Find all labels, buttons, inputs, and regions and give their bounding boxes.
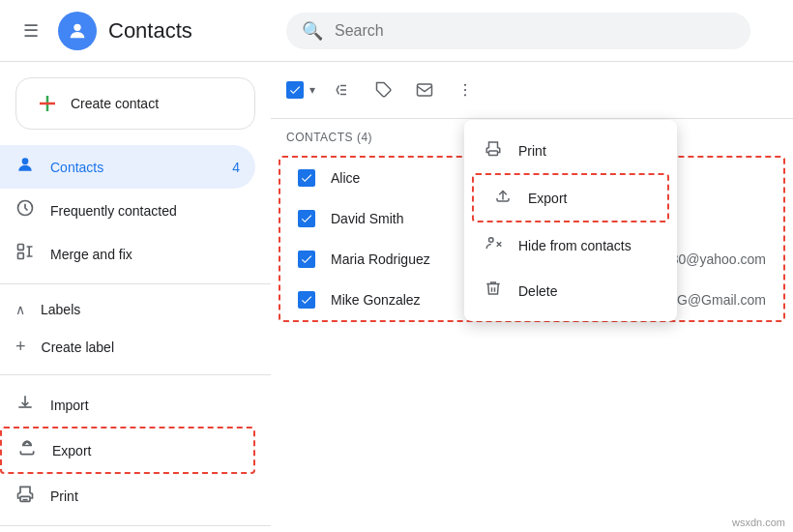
sidebar-item-merge-fix-label: Merge and fix <box>50 247 132 262</box>
search-icon: 🔍 <box>302 20 323 42</box>
svg-rect-5 <box>18 245 24 251</box>
svg-point-14 <box>464 94 466 96</box>
app-header: ☰ Contacts 🔍 <box>0 0 793 62</box>
dropdown-hide-icon <box>484 234 503 256</box>
chevron-up-icon: ∧ <box>15 302 25 317</box>
dropdown-item-hide[interactable]: Hide from contacts <box>464 222 677 268</box>
sidebar-item-labels[interactable]: ∧ Labels <box>0 292 255 327</box>
main-content: ▾ <box>271 62 793 532</box>
watermark: wsxdn.com <box>732 517 785 528</box>
select-all-checkbox[interactable] <box>286 81 304 99</box>
sidebar-item-contacts[interactable]: Contacts 4 <box>0 145 255 189</box>
sidebar-item-export[interactable]: Export <box>0 427 255 474</box>
svg-point-17 <box>489 238 494 243</box>
select-dropdown-arrow[interactable]: ▾ <box>306 79 319 101</box>
svg-point-12 <box>464 84 466 86</box>
contact-checkbox-maria[interactable] <box>298 251 315 268</box>
svg-point-3 <box>22 158 29 164</box>
contacts-icon <box>15 155 35 179</box>
sidebar: Create contact Contacts 4 Frequently con… <box>0 62 271 532</box>
print-icon <box>15 484 35 508</box>
merge-toolbar-button[interactable] <box>327 74 360 106</box>
sidebar-item-merge-fix[interactable]: Merge and fix <box>0 232 255 276</box>
main-header: 🔍 <box>271 13 793 49</box>
dropdown-item-delete[interactable]: Delete <box>464 268 677 313</box>
create-contact-label: Create contact <box>71 96 159 111</box>
sidebar-item-create-label-label: Create label <box>42 340 115 355</box>
dropdown-export-icon <box>493 187 513 209</box>
more-toolbar-button[interactable] <box>449 74 482 106</box>
add-label-icon: + <box>15 337 26 357</box>
dropdown-delete-icon <box>484 280 503 302</box>
sidebar-item-frequently-contacted[interactable]: Frequently contacted <box>0 189 255 232</box>
svg-rect-15 <box>489 151 498 156</box>
more-actions-dropdown: Print Export <box>464 120 677 321</box>
search-input[interactable] <box>335 22 735 40</box>
contact-checkbox-david[interactable] <box>298 210 315 227</box>
sidebar-item-contacts-label: Contacts <box>50 160 103 175</box>
clock-icon <box>15 198 35 222</box>
dropdown-delete-label: Delete <box>518 283 557 299</box>
sidebar-divider-1 <box>0 283 271 284</box>
label-toolbar-button[interactable] <box>367 74 400 106</box>
export-icon <box>17 438 37 462</box>
contact-checkbox-mike[interactable] <box>298 291 315 309</box>
select-all-group[interactable]: ▾ <box>286 79 319 101</box>
svg-rect-6 <box>18 253 24 259</box>
dropdown-export-label: Export <box>528 191 567 206</box>
sidebar-item-labels-label: Labels <box>41 302 80 317</box>
contact-checkbox-alice[interactable] <box>298 169 315 187</box>
sidebar-item-import[interactable]: Import <box>0 383 255 427</box>
app-logo <box>58 12 97 50</box>
dropdown-print-icon <box>484 139 503 162</box>
sidebar-divider-2 <box>0 374 271 375</box>
dropdown-hide-label: Hide from contacts <box>518 238 631 253</box>
sidebar-item-create-label[interactable]: + Create label <box>0 327 255 367</box>
sidebar-item-import-label: Import <box>50 398 89 413</box>
app-title: Contacts <box>108 18 192 44</box>
create-contact-button[interactable]: Create contact <box>15 77 255 130</box>
sidebar-item-print-label: Print <box>50 488 78 504</box>
svg-point-13 <box>464 89 466 91</box>
sidebar-item-frequently-contacted-label: Frequently contacted <box>50 203 177 219</box>
svg-rect-7 <box>20 496 30 501</box>
sidebar-divider-3 <box>0 525 271 526</box>
merge-icon <box>15 242 35 266</box>
hamburger-icon[interactable]: ☰ <box>15 13 46 49</box>
contacts-badge: 4 <box>232 160 240 175</box>
app-layout: Create contact Contacts 4 Frequently con… <box>0 62 793 532</box>
dropdown-item-export[interactable]: Export <box>472 173 669 222</box>
sidebar-item-print[interactable]: Print <box>0 474 255 517</box>
search-bar[interactable]: 🔍 <box>286 13 750 49</box>
email-toolbar-button[interactable] <box>408 74 441 106</box>
import-icon <box>15 393 35 417</box>
dropdown-print-label: Print <box>518 143 546 159</box>
plus-icon <box>36 92 59 115</box>
svg-point-0 <box>73 23 80 30</box>
sidebar-header: ☰ Contacts <box>0 12 271 50</box>
dropdown-item-print[interactable]: Print <box>464 128 677 173</box>
sidebar-item-export-label: Export <box>52 443 91 458</box>
toolbar: ▾ <box>271 62 793 119</box>
svg-rect-11 <box>418 84 432 96</box>
